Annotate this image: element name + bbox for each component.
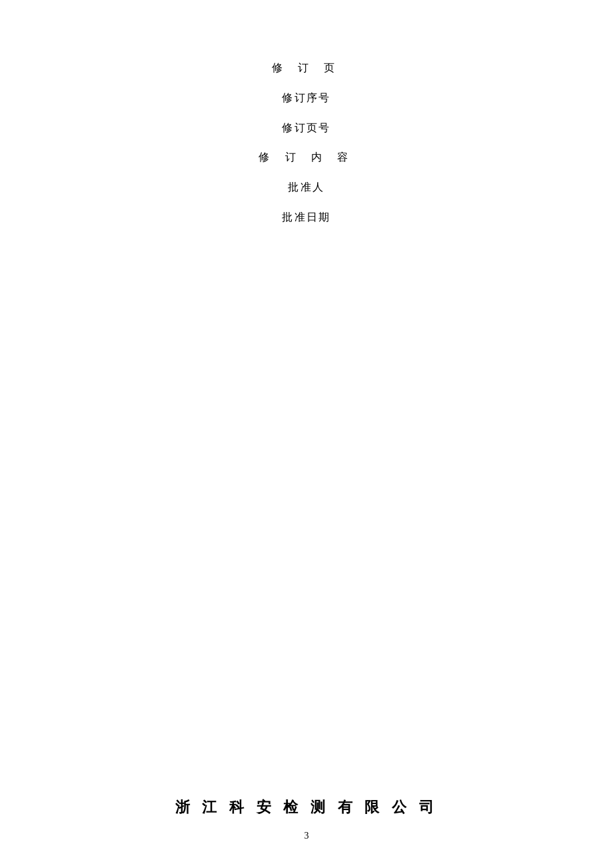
pizhun-riqi-item: 批准日期 bbox=[282, 203, 331, 233]
xiuding-yehao-text: 修订页号 bbox=[282, 122, 331, 133]
pizhunren-item: 批准人 bbox=[288, 173, 324, 203]
pizhun-riqi-text: 批准日期 bbox=[282, 211, 331, 223]
content-area: 修 订 页 修订序号 修订页号 修 订 内 容 批准人 批准日期 bbox=[0, 0, 613, 797]
xiuding-neirong-text: 修 订 内 容 bbox=[259, 151, 354, 163]
xiuding-neirong-item: 修 订 内 容 bbox=[259, 143, 354, 173]
xiuding-ye-item: 修 订 页 bbox=[272, 53, 341, 83]
text-list: 修 订 页 修订序号 修订页号 修 订 内 容 批准人 批准日期 bbox=[259, 53, 354, 233]
company-name: 浙 江 科 安 检 测 有 限 公 司 bbox=[175, 797, 438, 817]
page-number: 3 bbox=[305, 831, 309, 841]
xiuding-ye-text: 修 订 页 bbox=[272, 62, 341, 73]
footer-area: 浙 江 科 安 检 测 有 限 公 司 3 bbox=[0, 797, 613, 868]
xiuding-xuhao-text: 修订序号 bbox=[282, 92, 331, 103]
xiuding-yehao-item: 修订页号 bbox=[282, 113, 331, 143]
xiuding-xuhao-item: 修订序号 bbox=[282, 83, 331, 113]
pizhunren-text: 批准人 bbox=[288, 181, 324, 193]
page-container: 修 订 页 修订序号 修订页号 修 订 内 容 批准人 批准日期 浙 江 科 安… bbox=[0, 0, 613, 868]
